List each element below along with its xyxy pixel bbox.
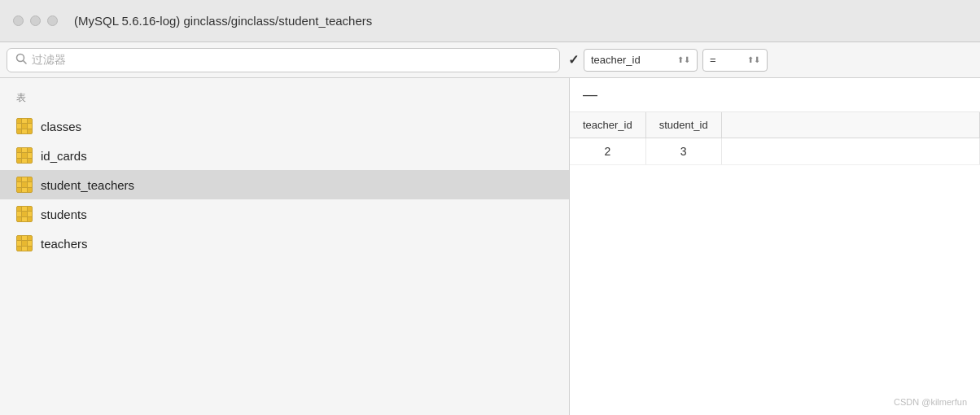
column-header-student_id: student_id	[645, 112, 721, 138]
table-grid-icon	[16, 206, 33, 222]
sidebar-item-label: classes	[41, 120, 81, 133]
sidebar-item-label: student_teachers	[41, 178, 134, 192]
content-area: — teacher_idstudent_id 23	[570, 78, 980, 415]
sidebar-item-label: id_cards	[41, 149, 87, 163]
sidebar-item-label: teachers	[41, 237, 88, 251]
table-row: 23	[570, 138, 980, 165]
close-button[interactable]	[13, 15, 24, 26]
minus-symbol: —	[583, 86, 597, 103]
sidebar-item-label: students	[41, 208, 87, 221]
sidebar-item-classes[interactable]: classes	[0, 111, 569, 141]
main-content: 表 classesid_cardsstudent_teachersstudent…	[0, 78, 980, 415]
sidebar-item-teachers[interactable]: teachers	[0, 229, 569, 258]
dropdown-arrows-icon: ⬆⬇	[677, 55, 690, 64]
window-title: (MySQL 5.6.16-log) ginclass/ginclass/stu…	[74, 14, 372, 28]
sidebar-item-id_cards[interactable]: id_cards	[0, 141, 569, 170]
maximize-button[interactable]	[47, 15, 58, 26]
search-placeholder: 过滤器	[32, 53, 66, 68]
filter-section: ✓ teacher_id ⬆⬇ = ⬆⬇	[568, 49, 768, 72]
table-grid-icon	[16, 177, 33, 193]
footer-watermark: CSDN @kilmerfun	[894, 397, 967, 407]
column-header-teacher_id: teacher_id	[570, 112, 645, 138]
search-icon	[15, 53, 27, 67]
data-table: teacher_idstudent_id 23	[570, 112, 980, 165]
filter-field-value: teacher_id	[591, 54, 641, 66]
minimize-button[interactable]	[30, 15, 41, 26]
cell-student_id[interactable]: 3	[645, 138, 721, 165]
column-header-empty	[721, 112, 979, 138]
traffic-lights	[13, 15, 58, 26]
confirm-button[interactable]: ✓	[568, 52, 579, 68]
table-grid-icon	[16, 118, 33, 134]
filter-operator-dropdown[interactable]: = ⬆⬇	[702, 49, 768, 72]
sidebar-item-students[interactable]: students	[0, 199, 569, 229]
minus-row: —	[570, 78, 980, 112]
operator-arrows-icon: ⬆⬇	[747, 55, 760, 64]
cell-empty	[721, 138, 979, 165]
sidebar-item-student_teachers[interactable]: student_teachers	[0, 170, 569, 199]
cell-teacher_id[interactable]: 2	[570, 138, 645, 165]
table-grid-icon	[16, 147, 33, 164]
table-grid-icon	[16, 235, 33, 251]
toolbar: 过滤器 ✓ teacher_id ⬆⬇ = ⬆⬇	[0, 42, 980, 78]
filter-field-dropdown[interactable]: teacher_id ⬆⬇	[584, 49, 698, 72]
titlebar: (MySQL 5.6.16-log) ginclass/ginclass/stu…	[0, 0, 980, 42]
svg-line-1	[24, 61, 27, 64]
sidebar-section-label: 表	[0, 91, 569, 111]
filter-operator-value: =	[710, 54, 716, 66]
search-box[interactable]: 过滤器	[7, 48, 560, 72]
sidebar: 表 classesid_cardsstudent_teachersstudent…	[0, 78, 570, 415]
